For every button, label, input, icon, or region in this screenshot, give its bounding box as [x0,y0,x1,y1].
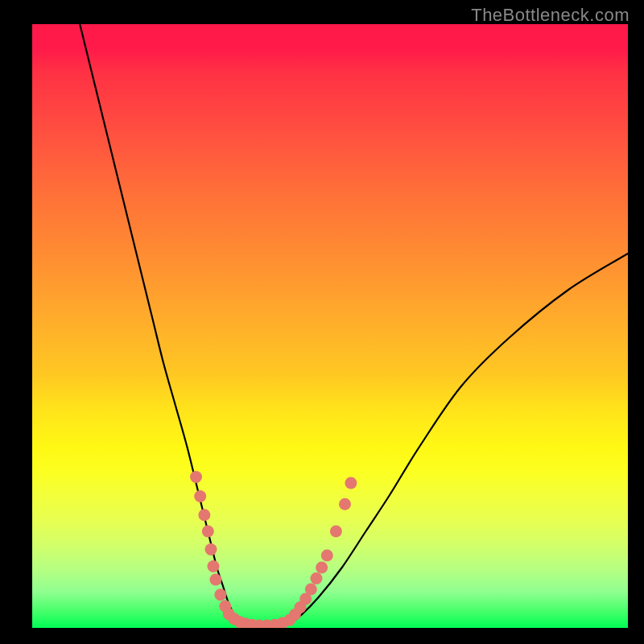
marker-dot [330,526,342,538]
marker-dot [194,490,206,502]
marker-dot [207,560,219,572]
curve-left-branch [80,24,241,625]
marker-dot [198,509,210,521]
marker-dot [214,588,226,601]
marker-dot [205,543,217,555]
marker-dot [305,584,317,596]
marker-dot [316,562,328,574]
marker-dot [209,574,221,586]
marker-dot [202,526,214,538]
marker-dot [345,477,357,489]
plot-area [32,24,628,628]
chart-frame: TheBottleneck.com [0,0,644,644]
chart-svg [32,24,628,628]
watermark-label: TheBottleneck.com [471,5,630,26]
curve-markers [190,471,357,628]
marker-dot [339,498,351,510]
marker-dot [310,572,322,584]
curve-right-branch [288,254,628,625]
marker-dot [190,471,202,483]
marker-dot [321,550,333,562]
